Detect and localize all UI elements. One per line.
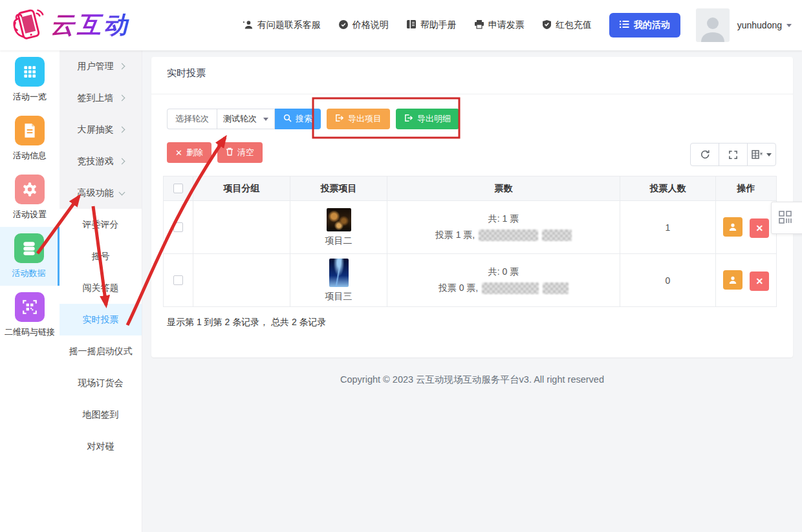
sidebar-item-activity-info[interactable]: 活动信息 bbox=[0, 109, 60, 168]
nav-contact-support[interactable]: 有问题联系客服 bbox=[243, 19, 321, 32]
fullscreen-button[interactable] bbox=[719, 143, 748, 166]
round-select[interactable]: 测试轮次 bbox=[217, 109, 275, 129]
nav-help-manual[interactable]: 帮助手册 bbox=[406, 19, 457, 31]
chevron-down-icon bbox=[118, 189, 125, 195]
table-header-row: 项目分组 投票项目 票数 投票人数 操作 bbox=[164, 176, 777, 201]
votes-total: 共: 0 票 bbox=[488, 266, 519, 278]
sidebar-item-activity-settings[interactable]: 活动设置 bbox=[0, 168, 60, 227]
export-icon bbox=[404, 114, 413, 124]
main-area: 实时投票 选择轮次 测试轮次 搜索 导出项目 导出明细 ✕ bbox=[142, 50, 802, 532]
project-thumbnail bbox=[329, 259, 349, 287]
book-icon bbox=[406, 19, 417, 31]
redacted-phone bbox=[542, 229, 572, 241]
row-voters-button[interactable] bbox=[723, 217, 742, 237]
user-headset-icon bbox=[243, 19, 254, 32]
row-checkbox[interactable] bbox=[173, 222, 183, 232]
votes-cell: 共: 0 票 投票 0 票, bbox=[387, 266, 620, 294]
nav-pricing[interactable]: 价格说明 bbox=[338, 19, 389, 32]
project-name: 项目二 bbox=[325, 235, 352, 247]
group-cell bbox=[193, 254, 290, 307]
table-row: 项目三 共: 0 票 投票 0 票, 0 bbox=[164, 254, 777, 307]
chevron-right-icon bbox=[118, 95, 125, 101]
search-icon bbox=[283, 114, 292, 124]
submenu-sidebar: 用户管理 签到上墙 大屏抽奖 竞技游戏 高级功能 评委评分 摇号 闯关答题 实时… bbox=[60, 50, 142, 532]
filter-row: 选择轮次 测试轮次 搜索 导出项目 导出明细 bbox=[167, 109, 459, 129]
printer-icon bbox=[474, 19, 484, 31]
submenu-advanced-features[interactable]: 高级功能 bbox=[60, 177, 142, 209]
row-delete-button[interactable]: ✕ bbox=[750, 218, 769, 238]
pagination-info: 显示第 1 到第 2 条记录， 总共 2 条记录 bbox=[167, 317, 327, 328]
submenu-map-checkin[interactable]: 地图签到 bbox=[60, 399, 142, 431]
qr-float-widget[interactable] bbox=[771, 202, 802, 234]
row-delete-button[interactable]: ✕ bbox=[750, 271, 769, 291]
submenu-onsite-ordering[interactable]: 现场订货会 bbox=[60, 367, 142, 399]
my-activities-button[interactable]: 我的活动 bbox=[609, 13, 680, 37]
grid-icon bbox=[15, 57, 45, 87]
submenu-judge-scoring[interactable]: 评委评分 bbox=[60, 209, 142, 240]
export-detail-button[interactable]: 导出明细 bbox=[396, 109, 459, 129]
avatar[interactable] bbox=[696, 8, 730, 42]
fullscreen-icon bbox=[728, 150, 738, 160]
badge-icon bbox=[338, 19, 349, 32]
round-label: 选择轮次 bbox=[167, 109, 217, 129]
clear-button[interactable]: 清空 bbox=[217, 142, 263, 163]
votes-detail: 投票 0 票, bbox=[439, 282, 478, 294]
export-project-button[interactable]: 导出项目 bbox=[327, 109, 390, 129]
user-icon bbox=[728, 222, 737, 231]
votes-table: 项目分组 投票项目 票数 投票人数 操作 项目二 bbox=[163, 176, 777, 307]
submenu-quiz-levels[interactable]: 闯关答题 bbox=[60, 272, 142, 304]
group-cell bbox=[193, 201, 290, 254]
submenu-competitive-games[interactable]: 竞技游戏 bbox=[60, 145, 142, 177]
export-icon bbox=[335, 114, 344, 124]
user-icon bbox=[728, 275, 737, 284]
caret-down-icon bbox=[786, 24, 792, 27]
sidebar-item-activity-overview[interactable]: 活动一览 bbox=[0, 50, 60, 109]
redacted-phone bbox=[543, 282, 569, 294]
project-cell: 项目三 bbox=[290, 259, 387, 303]
gear-icon bbox=[15, 175, 45, 204]
sidebar-item-qrcode-links[interactable]: 二维码与链接 bbox=[0, 286, 60, 345]
project-thumbnail bbox=[327, 208, 351, 231]
submenu-checkin-wall[interactable]: 签到上墙 bbox=[60, 82, 142, 114]
caret-down-icon bbox=[766, 153, 772, 156]
qrcode-icon bbox=[15, 292, 45, 322]
col-header-project: 投票项目 bbox=[290, 176, 387, 201]
row-voters-button[interactable] bbox=[723, 270, 742, 290]
table-toolbar bbox=[690, 143, 776, 166]
chevron-right-icon bbox=[118, 127, 125, 133]
select-all-checkbox[interactable] bbox=[173, 184, 183, 193]
submenu-lucky-number[interactable]: 摇号 bbox=[60, 240, 142, 272]
close-icon: ✕ bbox=[756, 276, 764, 286]
project-cell: 项目二 bbox=[290, 208, 387, 247]
search-button[interactable]: 搜索 bbox=[275, 109, 321, 129]
sidebar-item-activity-data[interactable]: 活动数据 bbox=[0, 227, 60, 286]
columns-toggle-button[interactable] bbox=[747, 143, 776, 166]
icon-sidebar: 活动一览 活动信息 活动设置 活动数据 二维码与链接 bbox=[0, 50, 60, 532]
page-title: 实时投票 bbox=[167, 67, 206, 80]
submenu-shake-launch[interactable]: 摇一摇启动仪式 bbox=[60, 335, 142, 367]
col-header-voters: 投票人数 bbox=[620, 176, 716, 201]
nav-request-invoice[interactable]: 申请发票 bbox=[474, 19, 525, 31]
table-row: 项目二 共: 1 票 投票 1 票, 1 bbox=[164, 201, 777, 254]
nav-redpacket-recharge[interactable]: 红包充值 bbox=[542, 19, 592, 32]
submenu-screen-lottery[interactable]: 大屏抽奖 bbox=[60, 114, 142, 145]
votes-cell: 共: 1 票 投票 1 票, bbox=[387, 213, 620, 241]
refresh-button[interactable] bbox=[690, 143, 719, 166]
caret-down-icon bbox=[263, 118, 268, 121]
delete-button[interactable]: ✕ 删除 bbox=[167, 142, 211, 163]
voters-cell: 0 bbox=[620, 254, 716, 307]
shield-check-icon bbox=[542, 19, 552, 32]
content-card: 实时投票 选择轮次 测试轮次 搜索 导出项目 导出明细 ✕ bbox=[151, 57, 793, 357]
row-checkbox[interactable] bbox=[173, 275, 183, 285]
submenu-pair-bump[interactable]: 对对碰 bbox=[60, 431, 142, 462]
username-menu[interactable]: yunhudong bbox=[737, 20, 792, 30]
submenu-user-management[interactable]: 用户管理 bbox=[60, 50, 142, 82]
top-header: 云互动 有问题联系客服 价格说明 帮助手册 申请发票 红包充值 我的活动 bbox=[0, 0, 802, 50]
redacted-phone bbox=[482, 282, 539, 294]
logo-text: 云互动 bbox=[50, 9, 130, 41]
chevron-right-icon bbox=[118, 158, 125, 165]
submenu-realtime-voting[interactable]: 实时投票 bbox=[60, 304, 142, 335]
logo[interactable]: 云互动 bbox=[9, 6, 130, 45]
col-header-votes: 票数 bbox=[387, 176, 620, 201]
avatar-silhouette-icon bbox=[699, 14, 727, 42]
